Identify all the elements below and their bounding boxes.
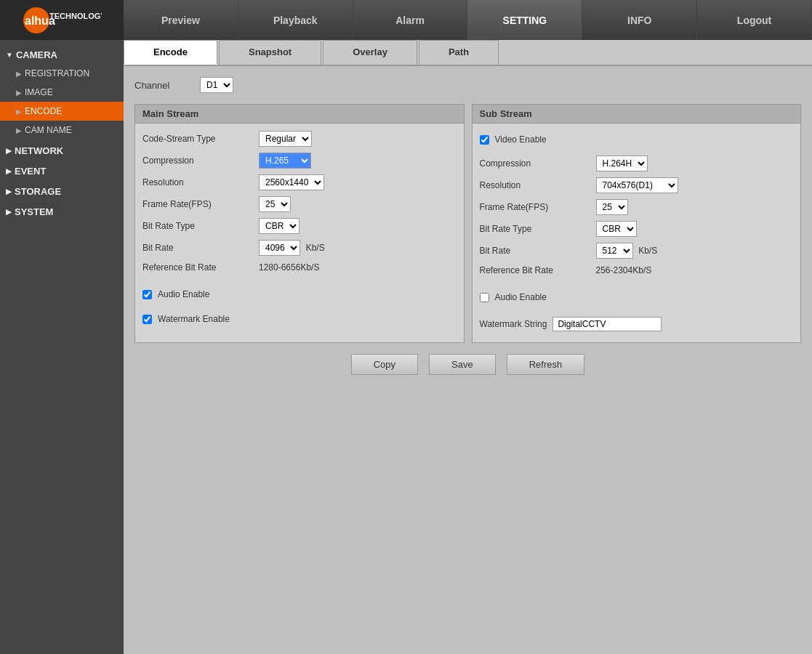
sub-refbitrate-row: Reference Bit Rate 256-2304Kb/S — [480, 265, 794, 275]
main-refbitrate-text: 1280-6656Kb/S — [259, 262, 319, 272]
main-refbitrate-row: Reference Bit Rate 1280-6656Kb/S — [142, 262, 457, 272]
main-compression-select[interactable]: H.265 H.264 MJPEG — [259, 153, 311, 169]
main-framerate-row: Frame Rate(FPS) 25 30 15 10 5 1 — [142, 196, 457, 212]
nav-tab-playback[interactable]: Playback — [238, 0, 353, 40]
main-compression-label: Compression — [142, 156, 259, 166]
sub-video-enable-row: Video Enable — [480, 131, 794, 148]
main-code-stream-row: Code-Stream Type Regular Motion Alarm — [142, 131, 457, 147]
buttons-row: Copy Save Refresh — [134, 354, 801, 375]
network-arrow-icon: ▶ — [6, 147, 12, 155]
main-code-stream-label: Code-Stream Type — [142, 134, 259, 144]
main-audio-label: Audio Enable — [158, 289, 209, 299]
sub-framerate-select[interactable]: 25 30 15 10 5 1 — [596, 199, 628, 215]
main-code-stream-value: Regular Motion Alarm — [259, 131, 457, 147]
main-stream-content: Code-Stream Type Regular Motion Alarm Co… — [135, 124, 464, 286]
sub-bitrate-unit: Kb/S — [638, 246, 657, 256]
storage-arrow-icon: ▶ — [6, 187, 12, 195]
sub-compression-select[interactable]: H.264H H.264 H.265 — [596, 156, 648, 171]
sub-framerate-row: Frame Rate(FPS) 25 30 15 10 5 1 — [480, 199, 794, 215]
sub-compression-label: Compression — [480, 158, 596, 169]
main-bitrate-unit: Kb/S — [306, 243, 325, 253]
logo-area: alhua TECHNOLOGY — [0, 6, 124, 35]
main-bitratetype-row: Bit Rate Type CBR VBR — [142, 218, 457, 234]
main-bitrate-label: Bit Rate — [142, 243, 259, 253]
sub-resolution-value: 704x576(D1) 352x288(CIF) 176x144(QCIF) — [596, 177, 794, 193]
dahua-logo: alhua TECHNOLOGY — [22, 6, 102, 35]
main-watermark-checkbox[interactable] — [142, 315, 152, 324]
cam-name-arrow-icon: ▶ — [16, 126, 22, 134]
sidebar-item-registration-label: REGISTRATION — [25, 68, 89, 78]
sidebar-section-network[interactable]: ▶ NETWORK — [0, 140, 124, 160]
sub-bitratetype-value: CBR VBR — [596, 221, 794, 237]
sub-tab-snapshot[interactable]: Snapshot — [219, 40, 321, 65]
sub-bitratetype-select[interactable]: CBR VBR — [596, 221, 637, 237]
sub-resolution-label: Resolution — [480, 180, 596, 190]
sidebar-item-cam-name-label: CAM NAME — [25, 125, 72, 135]
sidebar-section-storage[interactable]: ▶ STORAGE — [0, 180, 124, 201]
sub-bitrate-select[interactable]: 512 256 128 — [596, 243, 633, 259]
sub-bitrate-row: Bit Rate 512 256 128 Kb/S — [480, 243, 794, 259]
sub-resolution-select[interactable]: 704x576(D1) 352x288(CIF) 176x144(QCIF) — [596, 177, 678, 193]
main-bitratetype-label: Bit Rate Type — [142, 221, 259, 231]
sidebar-section-event[interactable]: ▶ EVENT — [0, 160, 124, 180]
main-code-stream-select[interactable]: Regular Motion Alarm — [259, 131, 312, 147]
sidebar-item-registration[interactable]: ▶ REGISTRATION — [0, 64, 124, 83]
nav-tab-setting[interactable]: SETTING — [467, 0, 582, 40]
main-resolution-row: Resolution 2560x1440 1920x1080 1280x720 — [142, 174, 457, 190]
save-button[interactable]: Save — [429, 354, 496, 375]
main-compression-value: H.265 H.264 MJPEG — [259, 153, 457, 169]
sub-refbitrate-label: Reference Bit Rate — [480, 265, 596, 275]
sidebar-item-image[interactable]: ▶ IMAGE — [0, 83, 124, 102]
sub-watermark-row: Watermark String — [473, 313, 801, 335]
sidebar-section-network-label: NETWORK — [15, 145, 63, 156]
content-area: Channel D1 D2 D3 D4 Main Stream Code-Str… — [124, 66, 812, 654]
sub-bitratetype-row: Bit Rate Type CBR VBR — [480, 221, 794, 237]
sub-audio-label: Audio Enable — [495, 292, 547, 302]
sidebar-item-encode-label: ENCODE — [25, 106, 62, 116]
system-arrow-icon: ▶ — [6, 208, 12, 216]
nav-tab-preview[interactable]: Preview — [124, 0, 238, 40]
sub-tabs: Encode Snapshot Overlay Path — [124, 40, 812, 66]
sidebar-section-camera[interactable]: ▼ CAMERA — [0, 44, 124, 64]
main-bitrate-row: Bit Rate 4096 2048 1024 512 Kb/S — [142, 240, 457, 256]
sidebar-item-cam-name[interactable]: ▶ CAM NAME — [0, 121, 124, 140]
event-arrow-icon: ▶ — [6, 167, 12, 175]
main-audio-checkbox[interactable] — [142, 290, 152, 299]
sub-audio-checkbox[interactable] — [480, 293, 489, 302]
nav-tab-alarm[interactable]: Alarm — [353, 0, 468, 40]
channel-select[interactable]: D1 D2 D3 D4 — [200, 77, 233, 93]
sidebar-item-image-label: IMAGE — [25, 87, 53, 97]
streams-container: Main Stream Code-Stream Type Regular Mot… — [134, 104, 801, 343]
sidebar-item-encode[interactable]: ▶ ENCODE — [0, 102, 124, 121]
nav-tab-logout[interactable]: Logout — [697, 0, 812, 40]
main-watermark-label: Watermark Enable — [158, 314, 230, 324]
registration-arrow-icon: ▶ — [16, 70, 22, 78]
main-bitrate-select[interactable]: 4096 2048 1024 512 — [259, 240, 300, 256]
copy-button[interactable]: Copy — [351, 354, 418, 375]
main-refbitrate-value: 1280-6656Kb/S — [259, 262, 457, 272]
sub-watermark-string-label: Watermark String — [480, 319, 547, 329]
main-framerate-select[interactable]: 25 30 15 10 5 1 — [259, 196, 291, 212]
main-framerate-label: Frame Rate(FPS) — [142, 199, 259, 209]
sidebar-section-system-label: SYSTEM — [15, 206, 53, 217]
main-framerate-value: 25 30 15 10 5 1 — [259, 196, 457, 212]
main-refbitrate-label: Reference Bit Rate — [142, 262, 259, 272]
sub-tab-path[interactable]: Path — [419, 40, 499, 65]
main-resolution-select[interactable]: 2560x1440 1920x1080 1280x720 — [259, 174, 324, 190]
refresh-button[interactable]: Refresh — [507, 354, 585, 375]
sub-video-enable-checkbox[interactable] — [480, 135, 489, 145]
camera-arrow-icon: ▼ — [6, 51, 13, 59]
sidebar-section-system[interactable]: ▶ SYSTEM — [0, 201, 124, 221]
sub-audio-row: Audio Enable — [473, 288, 801, 306]
sub-watermark-input[interactable] — [552, 317, 662, 331]
svg-text:TECHNOLOGY: TECHNOLOGY — [49, 12, 102, 20]
main-audio-row: Audio Enable — [135, 286, 464, 303]
main-bitratetype-select[interactable]: CBR VBR — [259, 218, 300, 234]
sub-stream-content: Video Enable Compression H.264H H.264 H.… — [473, 124, 801, 288]
image-arrow-icon: ▶ — [16, 89, 22, 97]
nav-tab-info[interactable]: INFO — [582, 0, 697, 40]
sub-tab-encode[interactable]: Encode — [124, 40, 217, 65]
main-bitrate-value: 4096 2048 1024 512 Kb/S — [259, 240, 457, 256]
sub-tab-overlay[interactable]: Overlay — [323, 40, 417, 65]
sidebar: ▼ CAMERA ▶ REGISTRATION ▶ IMAGE ▶ ENCODE… — [0, 40, 124, 654]
